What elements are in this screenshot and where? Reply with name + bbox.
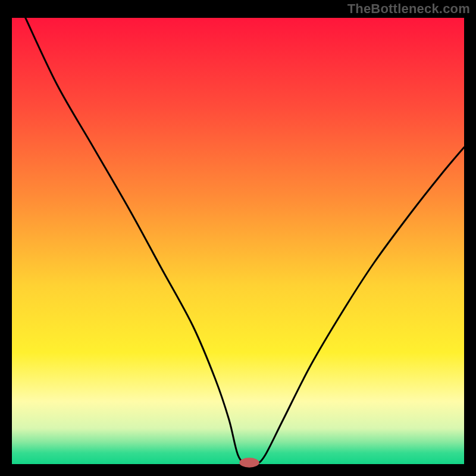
chart-frame: TheBottleneck.com bbox=[0, 0, 476, 476]
gradient-background bbox=[12, 18, 464, 464]
sweet-spot-marker bbox=[239, 458, 259, 468]
bottleneck-chart bbox=[0, 0, 476, 476]
